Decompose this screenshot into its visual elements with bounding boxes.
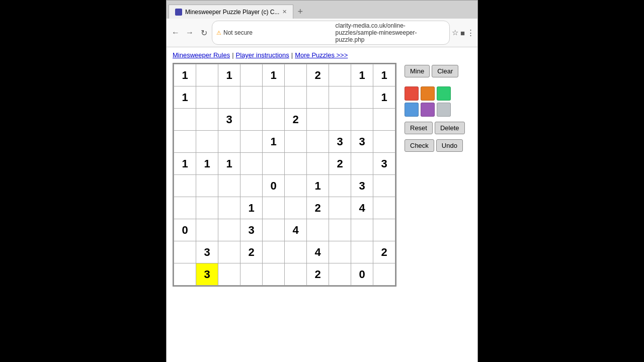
- grid-cell[interactable]: [240, 131, 263, 153]
- mine-button[interactable]: Mine: [405, 65, 430, 77]
- grid-cell[interactable]: 2: [240, 241, 263, 263]
- grid-cell[interactable]: [240, 153, 263, 175]
- grid-cell[interactable]: 3: [218, 109, 240, 131]
- grid-cell[interactable]: 3: [196, 263, 218, 286]
- tab-close-icon[interactable]: ✕: [282, 9, 287, 15]
- grid-cell[interactable]: [329, 241, 351, 263]
- more-puzzles-link[interactable]: More Puzzles >>>: [295, 51, 348, 59]
- grid-cell[interactable]: [240, 175, 263, 197]
- grid-cell[interactable]: 3: [329, 131, 351, 153]
- grid-cell[interactable]: 1: [351, 64, 373, 86]
- grid-cell[interactable]: [218, 263, 240, 286]
- grid-cell[interactable]: 1: [307, 175, 329, 197]
- grid-cell[interactable]: 1: [218, 153, 240, 175]
- grid-cell[interactable]: [373, 175, 395, 197]
- extensions-button[interactable]: ■: [460, 28, 465, 37]
- grid-cell[interactable]: 2: [307, 263, 329, 286]
- grid-cell[interactable]: [240, 86, 263, 109]
- grid-cell[interactable]: [351, 241, 373, 263]
- grid-cell[interactable]: [174, 241, 196, 263]
- grid-cell[interactable]: 1: [373, 64, 395, 86]
- color-blue[interactable]: [405, 103, 419, 117]
- grid-cell[interactable]: [263, 263, 285, 286]
- forward-button[interactable]: →: [184, 27, 196, 39]
- delete-button[interactable]: Delete: [435, 122, 465, 134]
- grid-cell[interactable]: [196, 175, 218, 197]
- grid-cell[interactable]: [285, 131, 307, 153]
- grid-cell[interactable]: [196, 109, 218, 131]
- undo-button[interactable]: Undo: [436, 139, 463, 152]
- grid-cell[interactable]: [174, 197, 196, 219]
- grid-cell[interactable]: 1: [174, 86, 196, 109]
- grid-cell[interactable]: 0: [263, 175, 285, 197]
- back-button[interactable]: ←: [170, 27, 182, 39]
- grid-cell[interactable]: 3: [351, 131, 373, 153]
- grid-cell[interactable]: [285, 86, 307, 109]
- grid-cell[interactable]: [307, 86, 329, 109]
- grid-cell[interactable]: [285, 197, 307, 219]
- grid-cell[interactable]: [285, 64, 307, 86]
- grid-cell[interactable]: [329, 86, 351, 109]
- grid-cell[interactable]: 1: [218, 64, 240, 86]
- grid-cell[interactable]: [196, 86, 218, 109]
- grid-cell[interactable]: [240, 64, 263, 86]
- grid-cell[interactable]: 3: [240, 219, 263, 241]
- color-purple[interactable]: [421, 103, 435, 117]
- address-bar[interactable]: ⚠ Not secure clarity-media.co.uk/online-…: [212, 21, 450, 45]
- grid-cell[interactable]: [373, 263, 395, 286]
- grid-cell[interactable]: [196, 131, 218, 153]
- grid-cell[interactable]: [329, 219, 351, 241]
- grid-cell[interactable]: [196, 64, 218, 86]
- reload-button[interactable]: ↻: [198, 27, 210, 39]
- grid-cell[interactable]: [174, 175, 196, 197]
- grid-cell[interactable]: [373, 219, 395, 241]
- check-button[interactable]: Check: [405, 139, 434, 152]
- grid-cell[interactable]: [263, 86, 285, 109]
- grid-cell[interactable]: 2: [307, 197, 329, 219]
- grid-cell[interactable]: [174, 263, 196, 286]
- grid-cell[interactable]: [307, 219, 329, 241]
- minesweeper-rules-link[interactable]: Minesweeper Rules: [173, 51, 230, 59]
- color-orange[interactable]: [421, 86, 435, 101]
- grid-cell[interactable]: [351, 109, 373, 131]
- grid-cell[interactable]: 2: [285, 109, 307, 131]
- grid-cell[interactable]: [263, 197, 285, 219]
- grid-cell[interactable]: [263, 241, 285, 263]
- grid-cell[interactable]: [351, 86, 373, 109]
- color-red[interactable]: [405, 86, 419, 101]
- player-instructions-link[interactable]: Player instructions: [236, 51, 289, 59]
- grid-cell[interactable]: 1: [263, 131, 285, 153]
- grid-cell[interactable]: [263, 109, 285, 131]
- grid-cell[interactable]: [329, 64, 351, 86]
- menu-button[interactable]: ⋮: [467, 28, 474, 37]
- grid-cell[interactable]: 2: [373, 241, 395, 263]
- grid-cell[interactable]: [174, 109, 196, 131]
- grid-cell[interactable]: [329, 197, 351, 219]
- grid-cell[interactable]: 3: [351, 175, 373, 197]
- grid-cell[interactable]: 1: [196, 153, 218, 175]
- grid-cell[interactable]: 0: [351, 263, 373, 286]
- grid-cell[interactable]: [307, 153, 329, 175]
- grid-cell[interactable]: [218, 175, 240, 197]
- grid-cell[interactable]: [240, 109, 263, 131]
- grid-cell[interactable]: 3: [196, 241, 218, 263]
- grid-cell[interactable]: [218, 241, 240, 263]
- grid-cell[interactable]: [351, 219, 373, 241]
- grid-cell[interactable]: [218, 86, 240, 109]
- grid-cell[interactable]: 1: [174, 153, 196, 175]
- grid-cell[interactable]: [351, 153, 373, 175]
- new-tab-button[interactable]: +: [293, 5, 307, 19]
- grid-cell[interactable]: [329, 109, 351, 131]
- grid-cell[interactable]: 4: [351, 197, 373, 219]
- grid-cell[interactable]: 4: [307, 241, 329, 263]
- grid-cell[interactable]: [218, 131, 240, 153]
- grid-cell[interactable]: 1: [174, 64, 196, 86]
- grid-cell[interactable]: 3: [373, 153, 395, 175]
- grid-cell[interactable]: [218, 197, 240, 219]
- clear-button[interactable]: Clear: [432, 65, 458, 77]
- grid-cell[interactable]: [285, 241, 307, 263]
- grid-cell[interactable]: [263, 153, 285, 175]
- grid-cell[interactable]: 1: [373, 86, 395, 109]
- grid-cell[interactable]: 1: [240, 197, 263, 219]
- grid-cell[interactable]: [373, 197, 395, 219]
